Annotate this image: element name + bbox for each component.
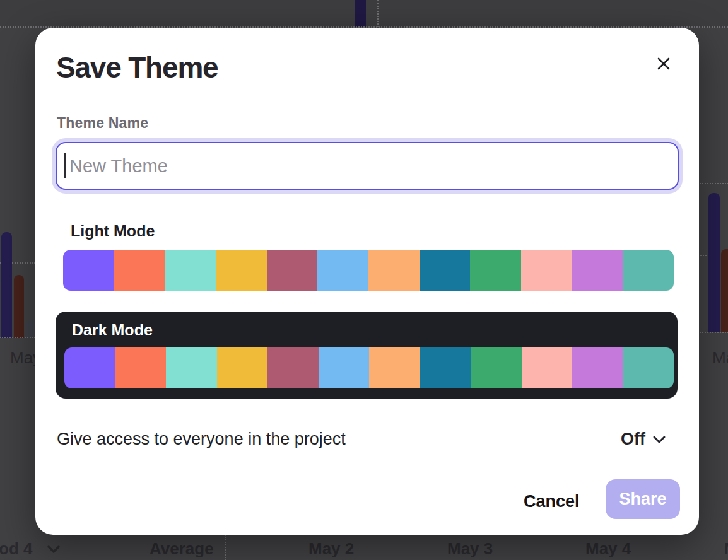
theme-name-label: Theme Name [57, 115, 148, 132]
palette-swatch [623, 347, 674, 388]
palette-swatch [267, 347, 319, 388]
close-icon [656, 56, 671, 71]
chevron-down-icon [47, 545, 60, 553]
background-axis-line [0, 337, 35, 338]
palette-swatch [267, 250, 318, 291]
close-button[interactable] [652, 52, 675, 75]
theme-name-input[interactable] [56, 142, 679, 190]
cancel-button[interactable]: Cancel [512, 486, 591, 518]
background-gridline [698, 183, 728, 184]
palette-swatch [623, 250, 674, 291]
background-chart-bar [26, 320, 35, 338]
access-label: Give access to everyone in the project [57, 429, 346, 449]
save-theme-dialog: Save Theme Theme Name Light Mode Dark Mo… [35, 28, 699, 535]
text-caret [64, 153, 66, 178]
axis-label-may3: May 3 [447, 539, 493, 559]
palette-swatch [217, 347, 268, 388]
axis-label-right-month: Ma [712, 348, 728, 368]
share-button[interactable]: Share [606, 479, 680, 519]
palette-swatch [572, 250, 623, 291]
background-axis-line [698, 332, 728, 333]
dark-mode-label: Dark Mode [72, 321, 153, 339]
background-chart-bar [708, 193, 720, 332]
palette-swatch [420, 347, 471, 388]
palette-swatch [470, 250, 521, 291]
palette-swatch [471, 347, 522, 388]
palette-swatch [166, 347, 217, 388]
palette-swatch [521, 250, 572, 291]
palette-swatch [115, 347, 167, 388]
axis-label-average: Average [150, 539, 214, 559]
background-chart-bar [1, 232, 12, 338]
palette-swatch [317, 250, 368, 291]
palette-swatch [64, 347, 115, 388]
palette-swatch [420, 250, 471, 291]
period-selector[interactable]: od 4 [0, 539, 60, 559]
chevron-down-icon [652, 435, 666, 444]
palette-swatch [216, 250, 267, 291]
palette-swatch [572, 347, 623, 388]
dialog-title: Save Theme [56, 50, 218, 85]
dark-mode-card: Dark Mode [56, 312, 678, 399]
palette-swatch [369, 347, 420, 388]
background-gridline [698, 255, 707, 256]
background-chart-bar [14, 275, 24, 338]
access-dropdown[interactable]: Off [621, 429, 666, 449]
dark-mode-palette [64, 347, 674, 388]
background-chart-bar [355, 0, 366, 27]
axis-label-may4: May 4 [585, 539, 631, 559]
light-mode-label: Light Mode [71, 222, 155, 240]
theme-name-focus-ring [52, 138, 683, 194]
palette-swatch [63, 250, 114, 291]
access-dropdown-value: Off [621, 429, 645, 449]
period-selector-label: od 4 [0, 539, 32, 559]
palette-swatch [522, 347, 573, 388]
palette-swatch [319, 347, 370, 388]
axis-label-clipped: M [724, 539, 728, 559]
background-chart-bar [721, 249, 728, 332]
background-gridline [225, 535, 226, 560]
light-mode-palette [63, 250, 674, 291]
palette-swatch [368, 250, 420, 291]
axis-label-may2: May 2 [308, 539, 354, 559]
background-gridline [377, 0, 379, 27]
palette-swatch [165, 250, 216, 291]
palette-swatch [114, 250, 165, 291]
